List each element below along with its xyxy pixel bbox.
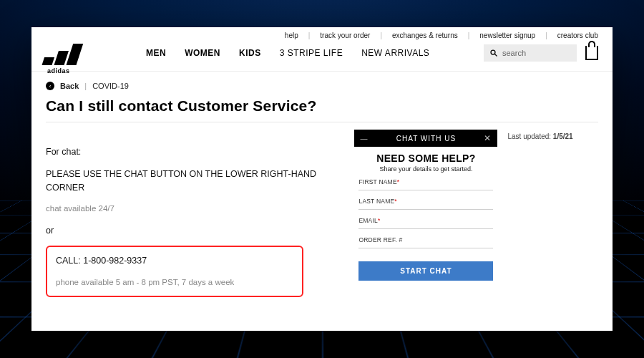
chat-availability: chat available 24/7 bbox=[46, 203, 343, 215]
first-name-field[interactable]: FIRST NAME* bbox=[358, 178, 493, 190]
or-label: or bbox=[46, 224, 343, 238]
link-newsletter[interactable]: newsletter signup bbox=[479, 32, 535, 39]
nav-3-stripe-life[interactable]: 3 STRIPE LIFE bbox=[280, 48, 343, 58]
chat-form-subtitle: Share your details to get started. bbox=[358, 165, 493, 173]
page-title: Can I still contact Customer Service? bbox=[31, 92, 613, 122]
nav-kids[interactable]: KIDS bbox=[239, 48, 261, 58]
bag-icon[interactable] bbox=[585, 46, 598, 60]
nav-men[interactable]: MEN bbox=[146, 48, 166, 58]
utility-nav: help| track your order| exchanges & retu… bbox=[31, 27, 613, 41]
svg-line-1 bbox=[495, 54, 497, 57]
page-card: help| track your order| exchanges & retu… bbox=[31, 27, 613, 331]
email-field[interactable]: EMAIL* bbox=[358, 217, 493, 229]
search-placeholder: search bbox=[502, 49, 526, 57]
for-chat-label: For chat: bbox=[46, 145, 343, 159]
primary-nav: MEN WOMEN KIDS 3 STRIPE LIFE NEW ARRIVAL… bbox=[31, 41, 613, 72]
link-exchanges-returns[interactable]: exchanges & returns bbox=[392, 32, 458, 39]
link-creators-club[interactable]: creators club bbox=[557, 32, 598, 39]
nav-women[interactable]: WOMEN bbox=[185, 48, 220, 58]
sidebar: — CHAT WITH US ✕ NEED SOME HELP? Share y… bbox=[354, 130, 598, 319]
adidas-logo-icon[interactable] bbox=[42, 41, 85, 65]
chat-instruction: PLEASE USE THE CHAT BUTTON ON THE LOWER … bbox=[46, 168, 343, 195]
chat-header[interactable]: — CHAT WITH US ✕ bbox=[354, 130, 497, 147]
svg-point-0 bbox=[491, 50, 495, 54]
start-chat-button[interactable]: START CHAT bbox=[358, 261, 493, 281]
chat-header-title: CHAT WITH US bbox=[396, 135, 456, 142]
chat-form-title: NEED SOME HELP? bbox=[358, 153, 493, 164]
chat-form: NEED SOME HELP? Share your details to ge… bbox=[354, 147, 497, 281]
nav-menu: MEN WOMEN KIDS 3 STRIPE LIFE NEW ARRIVAL… bbox=[146, 48, 429, 58]
search-icon bbox=[489, 49, 498, 57]
search-input[interactable]: search bbox=[484, 44, 577, 62]
breadcrumb-category[interactable]: COVID-19 bbox=[92, 82, 129, 90]
breadcrumb: ‹ Back | COVID-19 bbox=[31, 72, 613, 92]
phone-callout: CALL: 1-800-982-9337 phone available 5 a… bbox=[46, 246, 303, 297]
minimize-icon[interactable]: — bbox=[360, 135, 368, 142]
phone-availability: phone available 5 am - 8 pm PST, 7 days … bbox=[56, 276, 293, 289]
link-help[interactable]: help bbox=[285, 32, 298, 39]
nav-new-arrivals[interactable]: NEW ARRIVALS bbox=[361, 48, 429, 58]
link-track-order[interactable]: track your order bbox=[320, 32, 370, 39]
last-name-field[interactable]: LAST NAME* bbox=[358, 198, 493, 210]
brand-text: adidas bbox=[47, 67, 70, 74]
close-icon[interactable]: ✕ bbox=[484, 133, 492, 143]
phone-number: CALL: 1-800-982-9337 bbox=[56, 254, 293, 268]
order-ref-field[interactable]: ORDER REF. # bbox=[358, 236, 493, 248]
last-updated: Last updated: 1/5/21 bbox=[507, 130, 572, 140]
article-body: For chat: PLEASE USE THE CHAT BUTTON ON … bbox=[46, 130, 343, 319]
back-link[interactable]: Back bbox=[60, 82, 79, 90]
content: For chat: PLEASE USE THE CHAT BUTTON ON … bbox=[31, 122, 613, 319]
chat-panel: — CHAT WITH US ✕ NEED SOME HELP? Share y… bbox=[354, 130, 497, 281]
back-icon[interactable]: ‹ bbox=[46, 82, 54, 90]
